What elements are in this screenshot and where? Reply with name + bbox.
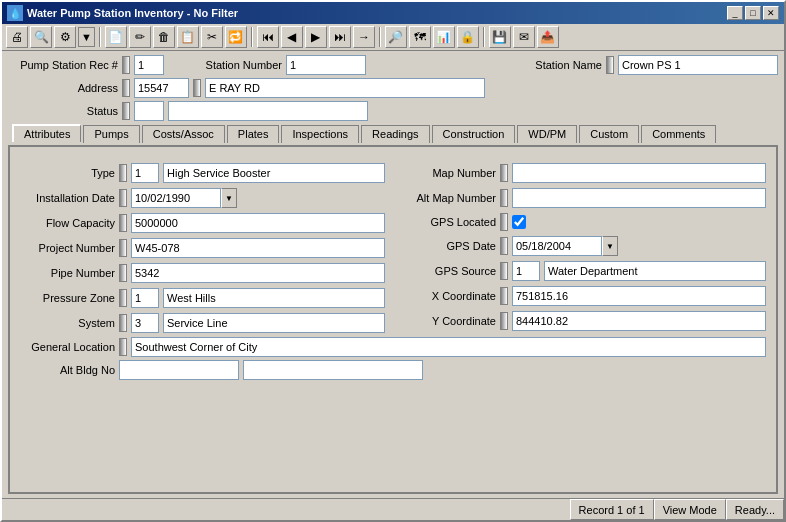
tab-pumps[interactable]: Pumps <box>83 125 139 143</box>
address-street-field[interactable] <box>205 78 485 98</box>
sep-icon-sn <box>606 56 614 74</box>
toolbar: 🖨 🔍 ⚙ ▼ 📄 ✏ 🗑 📋 ✂ 🔁 ⏮ ◀ ▶ ⏭ → 🔎 🗺 📊 🔒 💾 … <box>2 24 784 51</box>
pipe-number-row: Pipe Number <box>20 263 385 283</box>
type-id-field[interactable] <box>131 163 159 183</box>
tab-readings[interactable]: Readings <box>361 125 429 143</box>
installation-date-row: Installation Date ▼ <box>20 188 385 208</box>
copy-button[interactable]: 📋 <box>177 26 199 48</box>
left-column: Type Installation Date ▼ <box>20 163 385 333</box>
export-button[interactable]: 📤 <box>537 26 559 48</box>
goto-button[interactable]: → <box>353 26 375 48</box>
type-value-field[interactable] <box>163 163 385 183</box>
map-number-field[interactable] <box>512 163 766 183</box>
x-coordinate-field[interactable] <box>512 286 766 306</box>
alt-map-number-label: Alt Map Number <box>401 192 496 204</box>
gps-date-arrow[interactable]: ▼ <box>602 236 618 256</box>
titlebar: 💧 Water Pump Station Inventory - No Filt… <box>2 2 784 24</box>
pipe-number-field[interactable] <box>131 263 385 283</box>
record-bar-row3: Status <box>8 101 778 121</box>
gps-date-dropdown[interactable]: ▼ <box>512 236 618 256</box>
alt-map-number-field[interactable] <box>512 188 766 208</box>
system-id-field[interactable] <box>131 313 159 333</box>
alt-bldg-field1[interactable] <box>119 360 239 380</box>
station-number-field[interactable] <box>286 55 366 75</box>
map-button[interactable]: 🗺 <box>409 26 431 48</box>
last-record-button[interactable]: ⏭ <box>329 26 351 48</box>
next-record-button[interactable]: ▶ <box>305 26 327 48</box>
window-title: Water Pump Station Inventory - No Filter <box>27 7 238 19</box>
main-content: Pump Station Rec # Station Number Statio… <box>2 51 784 498</box>
status-id-field[interactable] <box>134 101 164 121</box>
record-status: Record 1 of 1 <box>570 499 654 520</box>
refresh-button[interactable]: 🔁 <box>225 26 247 48</box>
general-location-field[interactable] <box>131 337 766 357</box>
pump-station-field[interactable] <box>134 55 164 75</box>
pressure-zone-row: Pressure Zone <box>20 288 385 308</box>
system-value-field[interactable] <box>163 313 385 333</box>
sep1 <box>99 27 101 47</box>
tab-attributes[interactable]: Attributes <box>12 124 81 142</box>
installation-date-field[interactable] <box>131 188 221 208</box>
tab-bar: Attributes Pumps Costs/Assoc Plates Insp… <box>12 124 778 142</box>
tab-wdpm[interactable]: WD/PM <box>517 125 577 143</box>
tab-comments[interactable]: Comments <box>641 125 716 143</box>
tab-inspections[interactable]: Inspections <box>281 125 359 143</box>
email-button[interactable]: ✉ <box>513 26 535 48</box>
sep-genloc <box>119 338 127 356</box>
save-button[interactable]: 💾 <box>489 26 511 48</box>
pressure-zone-id-field[interactable] <box>131 288 159 308</box>
project-number-field[interactable] <box>131 238 385 258</box>
installation-date-dropdown[interactable]: ▼ <box>131 188 237 208</box>
tab-construction[interactable]: Construction <box>432 125 516 143</box>
installation-date-arrow[interactable]: ▼ <box>221 188 237 208</box>
station-name-field[interactable] <box>618 55 778 75</box>
sep-flowcap <box>119 214 127 232</box>
minimize-button[interactable]: _ <box>727 6 743 20</box>
app-icon: 💧 <box>7 5 23 21</box>
new-button[interactable]: 📄 <box>105 26 127 48</box>
gps-located-checkbox[interactable] <box>512 215 526 229</box>
record-bar-row1: Pump Station Rec # Station Number Statio… <box>8 55 778 75</box>
settings-button[interactable]: ⚙ <box>54 26 76 48</box>
tab-costs-assoc[interactable]: Costs/Assoc <box>142 125 225 143</box>
address-label: Address <box>8 82 118 94</box>
cut-button[interactable]: ✂ <box>201 26 223 48</box>
address-num-field[interactable] <box>134 78 189 98</box>
x-coordinate-label: X Coordinate <box>401 290 496 302</box>
gps-source-value-field[interactable] <box>544 261 766 281</box>
gps-source-id-field[interactable] <box>512 261 540 281</box>
delete-button[interactable]: 🗑 <box>153 26 175 48</box>
zoom-button[interactable]: 🔎 <box>385 26 407 48</box>
x-coordinate-row: X Coordinate <box>401 286 766 306</box>
tab-plates[interactable]: Plates <box>227 125 280 143</box>
maximize-button[interactable]: □ <box>745 6 761 20</box>
right-column: Map Number Alt Map Number GPS Located <box>401 163 766 333</box>
filter-dropdown[interactable]: ▼ <box>78 27 95 47</box>
gps-located-row: GPS Located <box>401 213 766 231</box>
tab-custom[interactable]: Custom <box>579 125 639 143</box>
edit-button[interactable]: ✏ <box>129 26 151 48</box>
pressure-zone-label: Pressure Zone <box>20 292 115 304</box>
alt-map-number-row: Alt Map Number <box>401 188 766 208</box>
pressure-zone-value-field[interactable] <box>163 288 385 308</box>
flow-capacity-row: Flow Capacity <box>20 213 385 233</box>
search-button[interactable]: 🔍 <box>30 26 52 48</box>
y-coordinate-field[interactable] <box>512 311 766 331</box>
flow-capacity-field[interactable] <box>131 213 385 233</box>
tab-container: Attributes Pumps Costs/Assoc Plates Insp… <box>8 124 778 142</box>
alt-bldg-field2[interactable] <box>243 360 423 380</box>
print-button[interactable]: 🖨 <box>6 26 28 48</box>
close-button[interactable]: ✕ <box>763 6 779 20</box>
station-name-label: Station Name <box>522 59 602 71</box>
sep2 <box>251 27 253 47</box>
status-label: Status <box>8 105 118 117</box>
gps-date-field[interactable] <box>512 236 602 256</box>
gps-source-label: GPS Source <box>401 265 496 277</box>
sep-icon-ps <box>122 56 130 74</box>
chart-button[interactable]: 📊 <box>433 26 455 48</box>
prev-record-button[interactable]: ◀ <box>281 26 303 48</box>
station-number-label: Station Number <box>192 59 282 71</box>
status-value-field[interactable] <box>168 101 368 121</box>
lock-button[interactable]: 🔒 <box>457 26 479 48</box>
first-record-button[interactable]: ⏮ <box>257 26 279 48</box>
